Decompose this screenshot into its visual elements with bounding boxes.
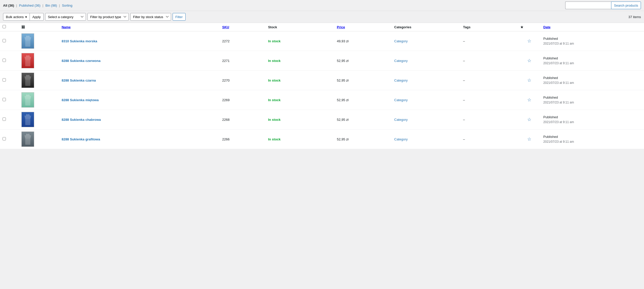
name-sort-link[interactable]: Name xyxy=(62,25,71,29)
select-all-checkbox[interactable] xyxy=(3,25,6,28)
in-stock-badge: In stock xyxy=(268,118,280,122)
sep1: | xyxy=(16,4,17,7)
dress-icon xyxy=(24,94,31,106)
row-star-cell: ☆ xyxy=(518,31,541,51)
row-date: Published 2021/07/23 at 9:11 am xyxy=(541,110,644,129)
table-row: 8288 Sukienka chabrowa 2268 In stock 52,… xyxy=(0,110,644,129)
th-image: 🖼 xyxy=(19,23,59,31)
category-link[interactable]: Category xyxy=(394,118,408,122)
row-checkbox[interactable] xyxy=(3,98,6,101)
th-categories: Categories xyxy=(392,23,460,31)
dress-icon xyxy=(24,55,31,66)
row-checkbox-cell xyxy=(0,110,19,129)
filter-button[interactable]: Filter xyxy=(173,13,186,21)
row-stock: In stock xyxy=(265,71,334,90)
category-link[interactable]: Category xyxy=(394,98,408,102)
date-sort-link[interactable]: Date xyxy=(543,25,550,29)
apply-button[interactable]: Apply xyxy=(30,13,44,21)
published-filter[interactable]: Published (36) xyxy=(19,4,41,7)
row-product-name: 8288 Sukienka chabrowa xyxy=(59,110,220,129)
row-checkbox[interactable] xyxy=(3,59,6,62)
svg-rect-3 xyxy=(25,99,30,106)
product-name-link[interactable]: 8310 Sukienka morska xyxy=(62,39,97,43)
row-category: Category xyxy=(392,31,460,51)
row-checkbox[interactable] xyxy=(3,39,6,42)
publish-date: 2021/07/23 at 9:11 am xyxy=(543,120,574,124)
svg-rect-4 xyxy=(25,119,30,125)
row-price: 52,95 zł xyxy=(334,51,392,71)
row-price: 52,95 zł xyxy=(334,71,392,90)
row-sku: 2271 xyxy=(220,51,265,71)
th-date: Date xyxy=(541,23,644,31)
row-product-name: 8288 Sukienka czarna xyxy=(59,71,220,90)
category-select[interactable]: Select a category xyxy=(45,13,86,21)
row-checkbox[interactable] xyxy=(3,78,6,82)
row-star-cell: ☆ xyxy=(518,51,541,71)
table-row: 8288 Sukienka miętowa 2269 In stock 52,9… xyxy=(0,90,644,110)
product-name-link[interactable]: 8288 Sukienka miętowa xyxy=(62,98,99,102)
sorting-filter[interactable]: Sorting xyxy=(62,4,72,7)
product-name-link[interactable]: 8288 Sukienka grafitowa xyxy=(62,137,100,141)
row-checkbox[interactable] xyxy=(3,137,6,140)
row-tags: – xyxy=(460,71,518,90)
svg-rect-0 xyxy=(25,41,30,47)
items-count: 37 items xyxy=(628,15,641,19)
in-stock-badge: In stock xyxy=(268,137,280,141)
image-icon: 🖼 xyxy=(21,25,25,29)
star-toggle[interactable]: ☆ xyxy=(527,78,531,83)
product-name-link[interactable]: 8288 Sukienka czerwona xyxy=(62,59,100,63)
star-toggle[interactable]: ☆ xyxy=(527,117,531,122)
search-input[interactable] xyxy=(565,2,611,9)
category-link[interactable]: Category xyxy=(394,59,408,63)
category-link[interactable]: Category xyxy=(394,137,408,141)
row-checkbox[interactable] xyxy=(3,117,6,121)
product-thumbnail xyxy=(21,92,34,108)
row-price: 49,93 zł xyxy=(334,31,392,51)
row-checkbox-cell xyxy=(0,71,19,90)
row-stock: In stock xyxy=(265,51,334,71)
row-tags: – xyxy=(460,31,518,51)
svg-rect-1 xyxy=(25,60,30,66)
product-type-select[interactable]: Filter by product type xyxy=(87,13,129,21)
row-date: Published 2021/07/23 at 9:11 am xyxy=(541,51,644,71)
th-price: Price xyxy=(334,23,392,31)
row-stock: In stock xyxy=(265,90,334,110)
row-image-cell xyxy=(19,129,59,149)
all-filter[interactable]: All (36) xyxy=(3,4,14,7)
publish-date: 2021/07/23 at 9:11 am xyxy=(543,42,574,45)
star-toggle[interactable]: ☆ xyxy=(527,58,531,63)
product-name-link[interactable]: 8288 Sukienka czarna xyxy=(62,78,96,82)
category-link[interactable]: Category xyxy=(394,39,408,43)
row-category: Category xyxy=(392,51,460,71)
stock-status-select[interactable]: Filter by stock status xyxy=(130,13,171,21)
th-star: ★ xyxy=(518,23,541,31)
row-category: Category xyxy=(392,90,460,110)
price-sort-link[interactable]: Price xyxy=(337,25,345,29)
row-category: Category xyxy=(392,110,460,129)
bin-filter[interactable]: Bin (98) xyxy=(45,4,57,7)
svg-rect-2 xyxy=(25,80,30,86)
category-link[interactable]: Category xyxy=(394,78,408,82)
row-tags: – xyxy=(460,110,518,129)
in-stock-badge: In stock xyxy=(268,78,280,82)
row-product-name: 8288 Sukienka czerwona xyxy=(59,51,220,71)
row-date: Published 2021/07/23 at 9:11 am xyxy=(541,71,644,90)
product-name-link[interactable]: 8288 Sukienka chabrowa xyxy=(62,118,101,122)
row-stock: In stock xyxy=(265,110,334,129)
in-stock-badge: In stock xyxy=(268,39,280,43)
star-toggle[interactable]: ☆ xyxy=(527,137,531,142)
dress-icon xyxy=(24,114,31,125)
dress-icon xyxy=(24,35,31,47)
star-toggle[interactable]: ☆ xyxy=(527,38,531,44)
bulk-actions-label: Bulk actions xyxy=(6,15,24,19)
publish-date: 2021/07/23 at 9:11 am xyxy=(543,81,574,85)
search-button[interactable]: Search products xyxy=(611,2,641,9)
sku-sort-link[interactable]: SKU xyxy=(222,25,229,29)
row-image-cell xyxy=(19,51,59,71)
row-price: 52,95 zł xyxy=(334,90,392,110)
star-toggle[interactable]: ☆ xyxy=(527,97,531,102)
bulk-actions-button[interactable]: Bulk actions ▾ xyxy=(3,13,30,21)
row-star-cell: ☆ xyxy=(518,110,541,129)
row-checkbox-cell xyxy=(0,90,19,110)
row-star-cell: ☆ xyxy=(518,90,541,110)
